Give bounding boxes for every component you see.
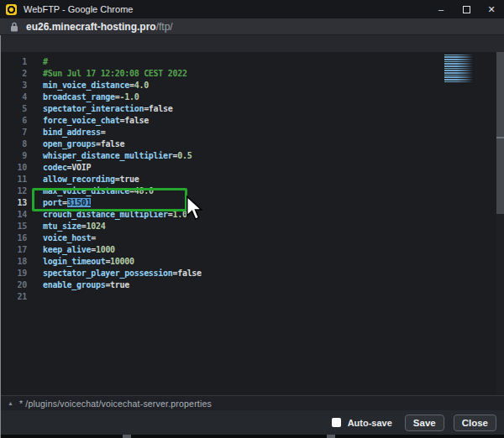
- code-text: port=31501: [43, 197, 91, 209]
- url-domain: eu26.minecraft-hosting.pro: [26, 21, 156, 33]
- code-line: 8open_groups=false: [1, 138, 504, 150]
- code-line: 3min_voice_distance=4.0: [1, 80, 504, 91]
- lock-icon[interactable]: [10, 22, 18, 32]
- title-bar: WebFTP - Google Chrome – ✕: [0, 0, 504, 18]
- code-text: broadcast_range=-1.0: [43, 91, 139, 103]
- window-title: WebFTP - Google Chrome: [24, 4, 133, 14]
- code-line: 12max_voice_distance=48.0: [1, 185, 504, 197]
- code-line: 6force_voice_chat=false: [1, 115, 504, 127]
- line-number: 18: [1, 256, 27, 268]
- code-line: 11allow_recording=true: [1, 174, 504, 185]
- code-line: 21: [1, 291, 504, 303]
- code-text: allow_recording=true: [43, 174, 139, 185]
- code-line: 13port=31501: [1, 197, 504, 209]
- code-text: #: [43, 56, 48, 68]
- code-text: max_voice_distance=48.0: [43, 185, 154, 197]
- line-number: 1: [1, 56, 27, 68]
- mouse-cursor-icon: [185, 196, 203, 221]
- line-number: 14: [1, 209, 27, 221]
- code-line: 18login_timeout=10000: [1, 256, 504, 268]
- minimap[interactable]: [444, 55, 473, 82]
- line-number: 3: [1, 80, 27, 91]
- webftp-favicon-icon: [6, 4, 17, 15]
- line-number: 21: [1, 291, 27, 303]
- scrollbar-thumb[interactable]: [496, 52, 504, 214]
- line-number: 11: [1, 174, 27, 185]
- minimize-button[interactable]: –: [428, 0, 454, 18]
- file-path: * /plugins/voicechat/voicechat-server.pr…: [19, 399, 212, 409]
- line-number: 19: [1, 268, 27, 279]
- code-line: 2#Sun Jul 17 12:20:08 CEST 2022: [1, 68, 504, 80]
- code-line: 17keep_alive=1000: [1, 244, 504, 256]
- maximize-icon: [463, 6, 470, 13]
- window-controls: – ✕: [428, 0, 504, 18]
- code-editor[interactable]: 1#2#Sun Jul 17 12:20:08 CEST 20223min_vo…: [1, 52, 504, 395]
- selected-text: 31501: [67, 198, 92, 207]
- code-line: 1#: [1, 56, 504, 68]
- window-bottom-edge: [1, 435, 504, 438]
- collapse-panel-icon[interactable]: ▲: [8, 400, 13, 406]
- close-window-button[interactable]: ✕: [479, 0, 504, 18]
- line-number: 4: [1, 91, 27, 103]
- code-line: 4broadcast_range=-1.0: [1, 91, 504, 103]
- action-bar: Auto-save Save Close: [1, 410, 504, 435]
- code-line: 5spectator_interaction=false: [1, 103, 504, 115]
- line-number: 10: [1, 162, 27, 174]
- code-line: 14crouch_distance_multiplier=1.0: [1, 209, 504, 221]
- maximize-button[interactable]: [454, 0, 479, 18]
- code-line: 20enable_groups=true: [1, 279, 504, 291]
- line-number: 13: [1, 197, 27, 209]
- url-path: /ftp/: [156, 21, 173, 33]
- code-text: min_voice_distance=4.0: [43, 80, 149, 91]
- line-number: 20: [1, 279, 27, 291]
- code-line: 15mtu_size=1024: [1, 221, 504, 232]
- line-number: 15: [1, 221, 27, 232]
- code-line: 7bind_address=: [1, 127, 504, 138]
- line-number: 2: [1, 68, 27, 80]
- code-text: mtu_size=1024: [43, 221, 105, 232]
- code-text: codec=VOIP: [43, 162, 91, 174]
- close-button[interactable]: Close: [454, 415, 496, 431]
- line-number: 9: [1, 150, 27, 162]
- webftp-page: 1#2#Sun Jul 17 12:20:08 CEST 20223min_vo…: [0, 35, 504, 438]
- save-button[interactable]: Save: [405, 415, 444, 431]
- code-text: #Sun Jul 17 12:20:08 CEST 2022: [43, 68, 187, 80]
- line-number: 6: [1, 115, 27, 127]
- line-number: 17: [1, 244, 27, 256]
- code-lines: 1#2#Sun Jul 17 12:20:08 CEST 20223min_vo…: [1, 52, 504, 303]
- code-text: spectator_player_possession=false: [43, 268, 202, 279]
- line-number: 12: [1, 185, 27, 197]
- code-text: keep_alive=1000: [43, 244, 115, 256]
- code-text: enable_groups=true: [43, 279, 129, 291]
- autosave-checkbox[interactable]: [332, 418, 341, 427]
- code-text: force_voice_chat=false: [43, 115, 149, 127]
- code-line: 19spectator_player_possession=false: [1, 268, 504, 279]
- code-text: spectator_interaction=false: [43, 103, 172, 115]
- code-text: open_groups=false: [43, 138, 124, 150]
- url-bar: eu26.minecraft-hosting.pro/ftp/: [0, 18, 504, 35]
- line-number: 8: [1, 138, 27, 150]
- code-line: 9whisper_distance_multiplier=0.5: [1, 150, 504, 162]
- line-number: 5: [1, 103, 27, 115]
- scrollbar-divider: [496, 137, 504, 138]
- line-number: 7: [1, 127, 27, 138]
- editor-scrollbar[interactable]: [496, 52, 504, 395]
- autosave-label[interactable]: Auto-save: [348, 418, 392, 428]
- code-text: login_timeout=10000: [43, 256, 134, 268]
- file-status-bar: ▲ * /plugins/voicechat/voicechat-server.…: [1, 395, 504, 410]
- code-text: voice_host=: [43, 232, 96, 244]
- browser-popup-window: WebFTP - Google Chrome – ✕ eu26.minecraf…: [0, 0, 504, 438]
- code-line: 10codec=VOIP: [1, 162, 504, 174]
- code-text: bind_address=: [43, 127, 105, 138]
- code-text: crouch_distance_multiplier=1.0: [43, 209, 187, 221]
- line-number: 16: [1, 232, 27, 244]
- code-line: 16voice_host=: [1, 232, 504, 244]
- code-text: whisper_distance_multiplier=0.5: [43, 150, 192, 162]
